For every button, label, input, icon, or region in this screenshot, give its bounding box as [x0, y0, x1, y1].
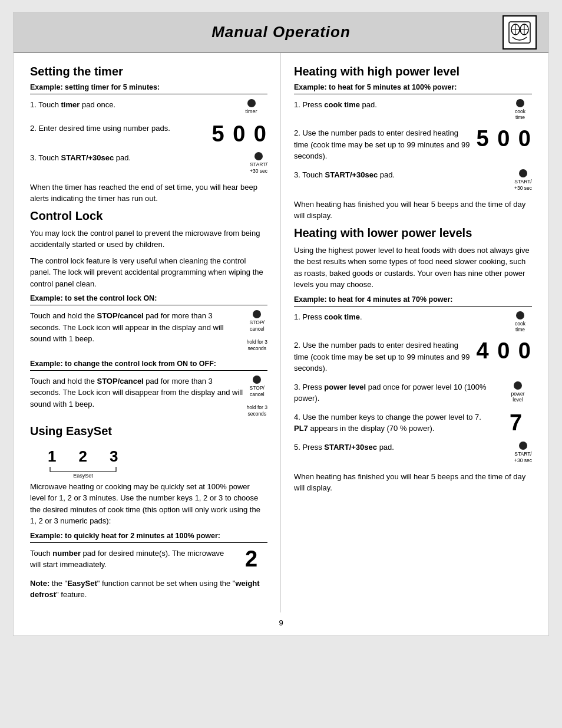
lower-power-step-1-text: 1. Press cook time. — [294, 311, 505, 323]
timer-start-bold: START/+30sec — [61, 153, 114, 162]
control-lock-stop-icon2: STOP/cancel hold for 3seconds — [247, 375, 267, 417]
note-bold: Note: — [30, 579, 49, 588]
easyset-example-label: Example: to quickly heat for 2 minutes a… — [30, 532, 267, 540]
header-icon — [503, 15, 537, 50]
easyset-num-2: 2 — [78, 447, 87, 466]
timer-step-3: 3. Touch START/+30sec pad. START/+30 sec — [30, 152, 267, 174]
power-level-bold: power level — [324, 383, 366, 391]
stop-hold-label1: hold for 3seconds — [247, 339, 267, 352]
control-lock-para1: You may lock the control panel to preven… — [30, 228, 267, 251]
easyset-step-text: Touch number pad for desired minute(s). … — [30, 548, 232, 571]
lower-power-step-5-text: 5. Press START/+30sec pad. — [294, 442, 511, 453]
high-power-example-label: Example: to heat for 5 minutes at 100% p… — [294, 83, 532, 91]
stop-bullet1 — [253, 310, 261, 318]
timer-example-label: Example: setting timer for 5 minutes: — [30, 83, 267, 91]
cook-time-bullet1 — [516, 99, 524, 107]
high-power-step-1: 1. Press cook time pad. cooktime — [294, 99, 532, 120]
cook-time-label1: cooktime — [515, 108, 525, 120]
timer-bold: timer — [61, 100, 80, 109]
easyset-bracket-svg — [48, 466, 118, 473]
timer-section: Setting the timer Example: setting timer… — [30, 65, 267, 205]
cook-time-bullet2 — [516, 311, 524, 319]
timer-start-label: START/+30 sec — [250, 162, 267, 174]
timer-step-1-icon: timer — [235, 99, 267, 116]
control-lock-example1-label: Example: to set the control lock ON: — [30, 294, 267, 302]
timer-title: Setting the timer — [30, 65, 267, 78]
lower-power-step-4-icon: 7 — [500, 411, 532, 434]
stop-bullet2 — [253, 375, 261, 384]
easyset-note: Note: the "EasySet" function cannot be s… — [30, 578, 267, 601]
easyset-bracket-row — [48, 466, 118, 473]
lower-power-intro: Using the highest power level to heat fo… — [294, 245, 532, 291]
lower-power-example-label: Example: to heat for 4 minutes at 70% po… — [294, 295, 532, 304]
lower-power-title: Heating with lower power levels — [294, 226, 532, 240]
control-lock-step2: Touch and hold the STOP/cancel pad for m… — [30, 375, 267, 417]
lower-power-start-icon: START/+30 sec — [514, 442, 532, 464]
high-power-step-1-text: 1. Press cook time pad. — [294, 99, 505, 111]
content: Setting the timer Example: setting timer… — [14, 53, 548, 612]
control-lock-title: Control Lock — [30, 209, 267, 223]
page-number: 9 — [14, 612, 548, 635]
lower-power-note: When heating has finished you will hear … — [294, 471, 532, 494]
control-lock-para2: The control lock feature is very useful … — [30, 255, 267, 290]
easyset-step-icon: 2 — [235, 548, 267, 570]
control-lock-step2-text: Touch and hold the STOP/cancel pad for m… — [30, 375, 243, 410]
cook-time-bold2: cook time — [324, 312, 360, 321]
lower-power-step-4: 4. Use the number keys to change the pow… — [294, 411, 532, 434]
lower-power-step-5: 5. Press START/+30sec pad. START/+30 sec — [294, 442, 532, 464]
high-power-start-bullet — [519, 169, 527, 177]
control-lock-section: Control Lock You may lock the control pa… — [30, 209, 267, 417]
stop-label1: STOP/cancel — [250, 319, 265, 332]
high-power-note: When heating has finished you will hear … — [294, 199, 532, 222]
lower-power-start-label: START/+30 sec — [514, 451, 532, 464]
easyset-title: Using EasySet — [30, 424, 267, 438]
easyset-label: EasySet — [48, 473, 118, 479]
easyset-divider — [30, 542, 267, 543]
lower-power-step-1: 1. Press cook time. cooktime — [294, 311, 532, 332]
lower-power-section: Heating with lower power levels Using th… — [294, 226, 532, 494]
high-power-display: 5 0 0 — [476, 127, 532, 150]
timer-icon-label: timer — [246, 108, 257, 116]
lower-power-step-2-text: 2. Use the number pads to enter desired … — [294, 340, 472, 374]
lower-power-start-bold: START/+30sec — [324, 443, 377, 452]
page-title: Manual Operation — [19, 23, 543, 41]
high-power-start-bold: START/+30sec — [325, 170, 378, 179]
control-lock-step1: Touch and hold the STOP/cancel pad for m… — [30, 310, 267, 352]
timer-step-3-text: 3. Touch START/+30sec pad. — [30, 152, 246, 164]
power-level-label: powerlevel — [511, 391, 524, 403]
lower-power-cook-time-icon: cooktime — [508, 311, 532, 332]
timer-bullet — [247, 99, 256, 107]
stop-hold-label2: hold for 3seconds — [247, 404, 267, 417]
right-column: Heating with high power level Example: t… — [281, 53, 548, 612]
header: Manual Operation — [14, 12, 548, 53]
timer-step-2: 2. Enter desired time using number pads.… — [30, 123, 267, 145]
high-power-divider — [294, 94, 532, 94]
timer-step-2-text: 2. Enter desired time using number pads. — [30, 123, 208, 134]
control-lock-example2-label: Example: to change the control lock from… — [30, 360, 267, 368]
timer-note: When the timer has reached the end of se… — [30, 182, 267, 205]
left-column: Setting the timer Example: setting timer… — [14, 53, 281, 612]
pl7-bold: PL7 — [294, 424, 308, 433]
high-power-step-2: 2. Use the number pads to enter desired … — [294, 127, 532, 162]
easyset-step: Touch number pad for desired minute(s). … — [30, 548, 267, 571]
timer-start-bullet — [254, 152, 263, 160]
weight-defrost-bold: weight defrost — [30, 579, 260, 599]
control-lock-step1-text: Touch and hold the STOP/cancel pad for m… — [30, 310, 243, 345]
easyset-para1: Microwave heating or cooking may be quic… — [30, 481, 267, 527]
high-power-start-label: START/+30 sec — [514, 179, 532, 192]
num-7-display: 7 — [510, 411, 522, 434]
easyset-nums-row: 1 2 3 — [48, 447, 118, 466]
easyset-display: 2 — [245, 548, 257, 570]
easyset-diagram: 1 2 3 EasySet — [48, 447, 118, 479]
easyset-number-bold: number — [52, 549, 81, 558]
easyset-section: Using EasySet 1 2 3 EasySet Micr — [30, 424, 267, 601]
high-power-step-3: 3. Touch START/+30sec pad. START/+30 sec — [294, 169, 532, 192]
lower-power-divider — [294, 306, 532, 307]
cook-time-label2: cooktime — [515, 321, 525, 332]
timer-display: 5 0 0 — [211, 123, 267, 145]
cook-time-bold1: cook time — [324, 100, 360, 109]
timer-start-icon: START/+30 sec — [250, 152, 267, 174]
lower-power-step-2: 2. Use the number pads to enter desired … — [294, 340, 532, 374]
high-power-section: Heating with high power level Example: t… — [294, 65, 532, 222]
lower-power-step-3: 3. Press power level pad once for power … — [294, 381, 532, 404]
